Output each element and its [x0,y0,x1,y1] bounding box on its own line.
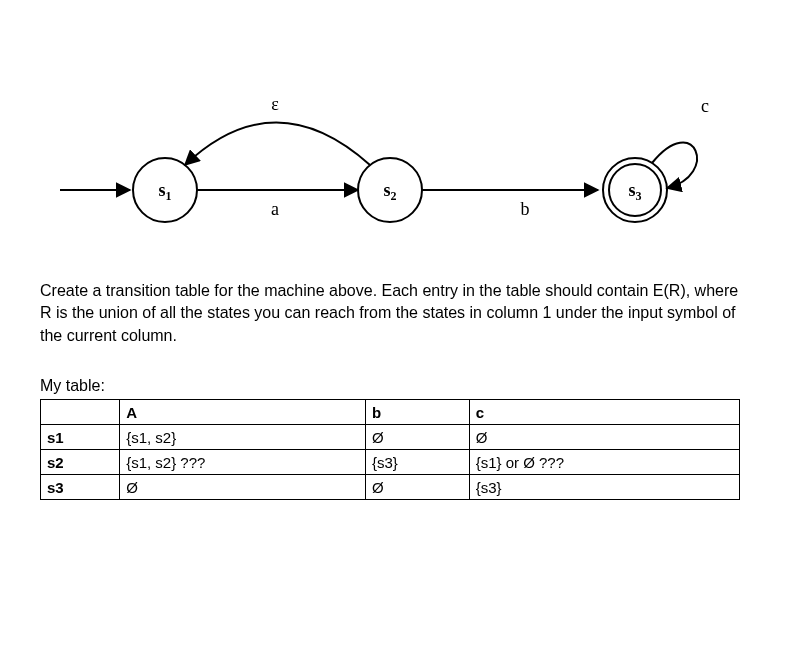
prompt-text: Create a transition table for the machin… [40,280,740,347]
edge-eps-label: ε [271,94,279,114]
state-s1-label: s1 [158,180,171,203]
cell-s3-b: Ø [366,475,470,500]
edge-a-label: a [271,199,279,219]
cell-s1-a: {s1, s2} [120,425,366,450]
col-header-a: A [120,400,366,425]
table-row: s1 {s1, s2} Ø Ø [41,425,740,450]
edge-s2-s1-eps [185,123,370,166]
state-s2-label: s2 [383,180,396,203]
col-header-blank [41,400,120,425]
table-row: s3 Ø Ø {s3} [41,475,740,500]
transition-table: A b c s1 {s1, s2} Ø Ø s2 {s1, s2} ??? {s… [40,399,740,500]
cell-s2-c: {s1} or Ø ??? [469,450,739,475]
col-header-b: b [366,400,470,425]
col-header-c: c [469,400,739,425]
cell-s3-c: {s3} [469,475,739,500]
state-s3-label: s3 [628,180,641,203]
row-label-s1: s1 [41,425,120,450]
edge-b-label: b [521,199,530,219]
table-row: s2 {s1, s2} ??? {s3} {s1} or Ø ??? [41,450,740,475]
cell-s2-a: {s1, s2} ??? [120,450,366,475]
state-diagram: s1 a s2 ε b s3 c [40,30,740,260]
cell-s1-b: Ø [366,425,470,450]
cell-s3-a: Ø [120,475,366,500]
cell-s1-c: Ø [469,425,739,450]
edge-c-label: c [701,96,709,116]
cell-s2-b: {s3} [366,450,470,475]
table-header-row: A b c [41,400,740,425]
row-label-s3: s3 [41,475,120,500]
row-label-s2: s2 [41,450,120,475]
table-title: My table: [40,377,751,395]
